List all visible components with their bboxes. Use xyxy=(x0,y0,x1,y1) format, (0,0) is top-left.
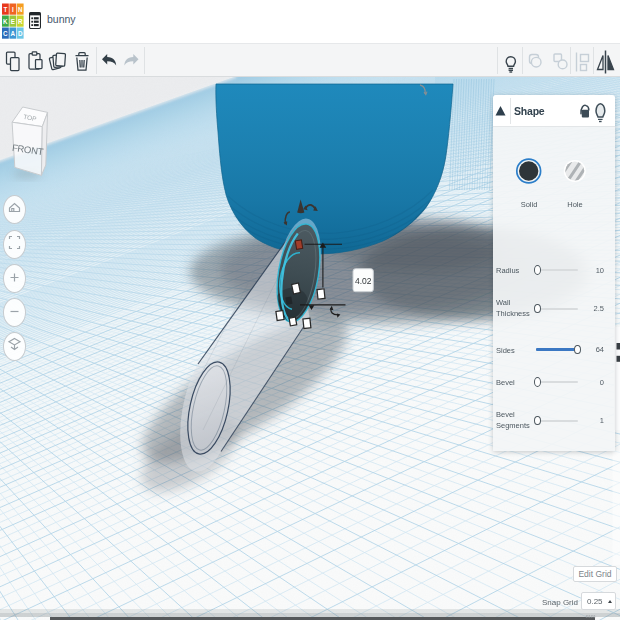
svg-text:R: R xyxy=(18,18,23,25)
svg-text:N: N xyxy=(18,6,23,13)
svg-text:D: D xyxy=(18,30,23,37)
svg-text:K: K xyxy=(3,18,8,25)
svg-text:T: T xyxy=(3,6,7,13)
svg-text:E: E xyxy=(11,18,15,25)
svg-text:I: I xyxy=(12,6,14,13)
svg-text:C: C xyxy=(3,30,8,37)
svg-text:4.02: 4.02 xyxy=(355,276,372,286)
svg-text:A: A xyxy=(11,30,16,37)
